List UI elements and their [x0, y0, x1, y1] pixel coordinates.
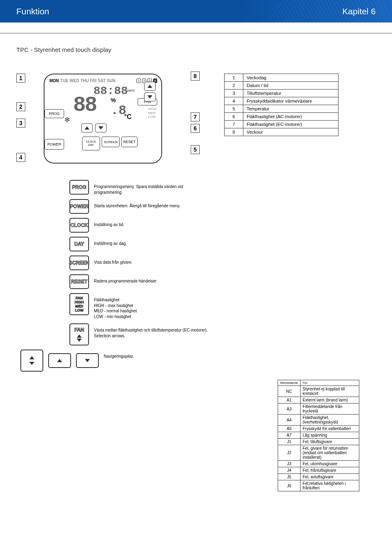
callouts-right: 8 7 6 5: [191, 72, 200, 154]
table-row: 6Fläkthastighet (AC-motorer): [225, 113, 339, 121]
table-row: 4Frysskyddsidikator värmeväxlare: [225, 97, 339, 105]
table-row: J1Fel, tilluftsgivare: [278, 439, 359, 445]
day-graphic: DAY: [69, 237, 89, 251]
power-desc: Starta styrenheten. Återgå till föregåen…: [94, 199, 180, 209]
fan-levels-desc: Fläkthastighet HIGH - max hastighet MED …: [94, 293, 137, 319]
legend-table: 1Veckodag2Datum / tid3Tilluftstemperatur…: [224, 74, 339, 136]
callout-4: 4: [16, 153, 25, 162]
callout-1: 1: [16, 74, 25, 83]
prog-desc: Programmeringsmeny. Spara inställda värd…: [94, 180, 208, 195]
fan-levels-graphic: FAN HIGH MED LOW: [69, 293, 89, 315]
nav-desc: Navigeringspilar.: [104, 350, 134, 359]
power-graphic: POWER: [69, 199, 89, 214]
table-row: A5Frysskydd för vattenbatteri: [278, 426, 359, 432]
bottom-arrows[interactable]: [81, 123, 107, 132]
callout-5: 5: [191, 145, 200, 154]
fan-arrows[interactable]: [144, 82, 156, 101]
callouts-left: 1 2 3 4: [16, 74, 25, 162]
callout-7: 7: [191, 112, 200, 121]
error-head-code: Meddelande: [278, 380, 301, 386]
snowflake-icon: ❄: [64, 115, 70, 124]
callout-6: 6: [191, 124, 200, 133]
table-row: J2Fel, givare för returvatten (endast om…: [278, 445, 359, 461]
clock-graphic: CLOCK: [69, 218, 89, 233]
table-row: A3Filtermeddelande från tryckrelä: [278, 404, 359, 415]
power-button[interactable]: POWER: [45, 139, 64, 150]
lcd-panel: MON TUE WED THU FRI SAT SUN 1 2 3 4 88:8…: [44, 74, 162, 164]
table-row: A4Fläkthastighet, överhettningsskydd: [278, 415, 359, 426]
day-desc: Inställning av dag.: [94, 237, 127, 247]
table-row: 2Datum / tid: [225, 82, 339, 90]
arrow-up-button-2[interactable]: [81, 123, 93, 132]
fan-arrows-desc: Växla mellan fläkthastighet och tillufts…: [94, 323, 208, 339]
callout-2: 2: [16, 102, 25, 111]
table-row: NCStyrenhet ej kopplad till kretskort: [278, 386, 359, 397]
percent-icon: %: [111, 97, 116, 103]
reset-desc: Radera programmerade händelser: [94, 274, 156, 284]
error-table: Meddelande Fel NCStyrenhet ej kopplad ti…: [278, 380, 359, 491]
callout-3: 3: [16, 119, 25, 128]
reset-graphic: RESET: [69, 274, 89, 289]
nav-arrows-graphic: [20, 350, 99, 372]
device-display: MON TUE WED THU FRI SAT SUN 1 2 3 4 88:8…: [38, 74, 176, 164]
table-row: 7Fläkthastighet (EC-motorer): [225, 121, 339, 128]
arrow-up-button[interactable]: [144, 82, 156, 91]
clock-desc: Inställning av tid.: [94, 218, 125, 228]
page-header: Funktion Kapitel 6: [0, 0, 392, 22]
table-row: 1Veckodag: [225, 74, 339, 82]
screen-graphic: SCREEN: [69, 256, 89, 270]
days-label: DAYS: [127, 89, 135, 92]
celsius-icon: °C: [124, 113, 131, 121]
button-explanations: PROG Programmeringsmeny. Spara inställda…: [69, 180, 376, 372]
screen-desc: Visa data från givare.: [94, 256, 132, 265]
table-row: 8Veckour: [225, 128, 339, 136]
clock-day-button[interactable]: CLOCK DAY: [82, 137, 100, 150]
table-row: 5Temperatur: [225, 105, 339, 113]
table-row: J6Fel,relativa fuktigheten i frånluften: [278, 480, 359, 491]
error-head-text: Fel: [301, 380, 359, 386]
table-row: J4Fel, frånluftsgivare: [278, 467, 359, 474]
table-row: A7Låg spänning: [278, 432, 359, 439]
table-row: J3Fel, utomhusgivare: [278, 461, 359, 467]
fan-arrows-graphic: FAN: [69, 323, 89, 345]
prog-button[interactable]: PROG: [45, 109, 64, 118]
header-title-right: Kapitel 6: [342, 7, 376, 16]
arrow-down-button-2[interactable]: [95, 123, 107, 132]
fan-levels: HIGH MED LOW: [148, 107, 156, 119]
screen-button[interactable]: SCREEN: [102, 137, 120, 147]
header-title-left: Funktion: [16, 7, 49, 16]
table-row: 3Tilluftstemperatur: [225, 90, 339, 97]
table-row: J5Fel, avluftsgivare: [278, 474, 359, 480]
prog-graphic: PROG: [69, 180, 89, 195]
time-digits: 88:88: [94, 85, 128, 97]
section-title: TPC - Styrenhet med touch display: [16, 46, 376, 53]
main-digits: 88: [73, 97, 96, 114]
arrow-down-button[interactable]: [144, 92, 156, 101]
table-row: A1Externt larm (brand larm): [278, 397, 359, 404]
callout-8: 8: [191, 72, 200, 81]
reset-button[interactable]: RESET: [121, 137, 138, 147]
